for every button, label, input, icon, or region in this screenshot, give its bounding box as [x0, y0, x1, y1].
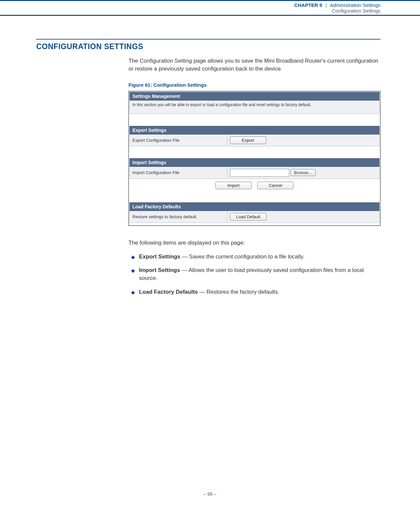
cancel-button[interactable]: Cancel [257, 182, 294, 189]
import-settings-header: Import Settings [130, 158, 379, 166]
page-number: – 99 – [0, 491, 420, 497]
settings-management-header: Settings Management [129, 92, 379, 101]
items-intro: The following items are displayed on thi… [128, 240, 380, 246]
settings-management-desc: In this section you will be able to expo… [129, 101, 379, 114]
diamond-icon: ◆ [131, 267, 135, 282]
list-item: ◆ Import Settings — Allows the user to l… [128, 266, 380, 282]
list-item: ◆ Export Settings — Saves the current co… [128, 253, 380, 261]
figure-caption: Figure 61: Configuration Settings [128, 82, 380, 88]
export-label: Export Configuration File [130, 134, 227, 146]
diamond-icon: ◆ [131, 289, 135, 296]
breadcrumb-sub: Configuration Settings [0, 8, 380, 14]
load-default-button[interactable]: Load Default [230, 213, 267, 221]
section-rule [36, 39, 380, 40]
export-button[interactable]: Export [230, 136, 266, 144]
browse-button[interactable]: Browse... [291, 169, 316, 176]
export-settings-header: Export Settings [130, 126, 379, 134]
chapter-label: CHAPTER 9 [294, 2, 322, 8]
section-title: CONFIGURATION SETTINGS [36, 42, 380, 51]
term-factory: Load Factory Defaults [139, 289, 198, 295]
term-export: Export Settings [139, 253, 181, 260]
term-import: Import Settings [139, 267, 180, 273]
separator: | [325, 2, 327, 8]
screenshot-figure: Settings Management In this section you … [128, 91, 380, 226]
breadcrumb-main: Administration Settings [330, 2, 380, 8]
factory-label: Restore settings to factory default [130, 211, 227, 223]
import-label: Import Configuration File [130, 166, 227, 179]
diamond-icon: ◆ [131, 253, 135, 261]
intro-paragraph: The Configuration Setting page allows yo… [128, 57, 380, 73]
import-file-input[interactable] [230, 169, 289, 177]
import-button[interactable]: Import [215, 182, 252, 189]
desc-export: — Saves the current configuration to a f… [181, 253, 305, 260]
factory-defaults-header: Load Factory Defaults [130, 202, 379, 211]
list-item: ◆ Load Factory Defaults — Restores the f… [128, 288, 380, 296]
page-header: CHAPTER 9 | Administration Settings Conf… [0, 0, 420, 16]
desc-factory: — Restores the factory defaults. [198, 289, 280, 295]
